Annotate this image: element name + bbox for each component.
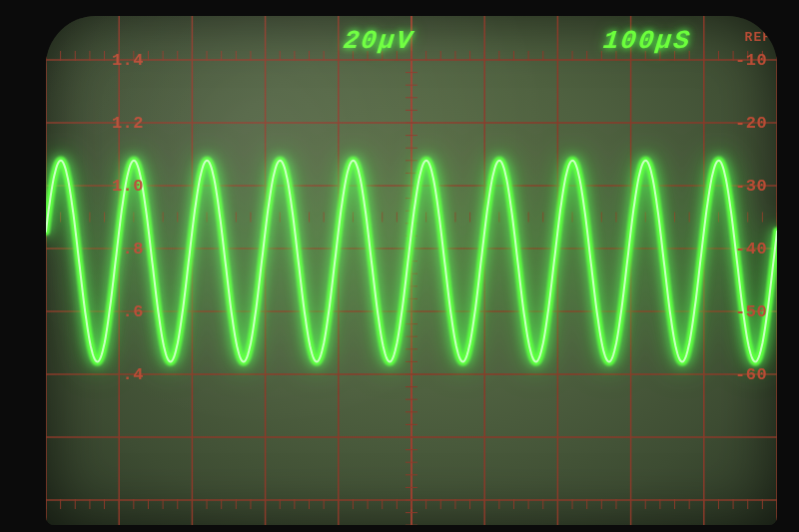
left-axis-label: .4 [108, 365, 144, 384]
left-axis-label: .6 [108, 302, 144, 321]
right-axis-label: -30 [735, 177, 767, 196]
right-axis-label: -20 [735, 114, 767, 133]
right-axis-label: -40 [735, 240, 767, 259]
timebase-readout: 100µS [601, 26, 692, 56]
right-axis-label: -10 [735, 51, 767, 70]
vertical-sensitivity-readout: 20µV [342, 26, 415, 56]
oscilloscope-screen: 20µV 100µS REF 1.41.21.0.8.6.4 -10-20-30… [46, 16, 777, 525]
right-axis-label: -50 [735, 302, 767, 321]
graticule [46, 16, 777, 525]
right-axis-label: -60 [735, 365, 767, 384]
ref-label: REF [745, 30, 771, 45]
left-axis-label: 1.2 [108, 114, 144, 133]
left-axis-label: 1.0 [108, 177, 144, 196]
left-axis-label: .8 [108, 240, 144, 259]
left-axis-label: 1.4 [108, 51, 144, 70]
oscilloscope-bezel: 20µV 100µS REF 1.41.21.0.8.6.4 -10-20-30… [0, 0, 799, 532]
